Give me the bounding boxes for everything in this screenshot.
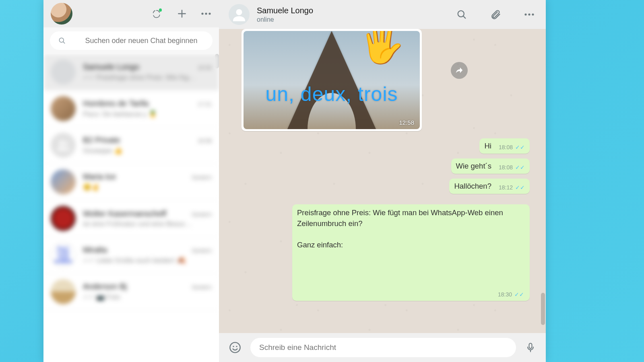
chat-preview: ✓✓ Preisfrage ohne Preis: Wie füg… [83, 73, 212, 82]
image-caption: un, deux, trois [244, 82, 420, 106]
new-chat-icon[interactable] [176, 8, 188, 19]
chat-name: Samuele Longo [83, 62, 139, 72]
chat-list-item[interactable]: Hombres de Tarifa17:21 Paco: De barbacoa… [43, 90, 219, 127]
chat-name: Wolter Kasermanscheff [83, 209, 166, 218]
chat-avatar [51, 206, 76, 231]
conversation-title-block[interactable]: Samuele Longo online [257, 6, 313, 23]
chat-avatar [51, 279, 76, 304]
forward-button[interactable] [451, 62, 468, 79]
svg-point-6 [236, 9, 242, 15]
search-box[interactable] [50, 31, 213, 50]
chat-preview: ist eine Frühnatur und eine Besuc… [83, 220, 212, 228]
svg-point-1 [205, 12, 207, 14]
chat-time: Gestern [192, 247, 212, 254]
conversation-search-icon[interactable] [455, 8, 469, 21]
chat-avatar [51, 169, 76, 194]
message-time: 18:30 [498, 291, 512, 298]
svg-point-12 [233, 346, 234, 347]
chat-name: Hombres de Tarifa [83, 99, 149, 108]
status-icon[interactable] [152, 8, 163, 19]
chat-list-item[interactable]: Samuele Longo18:30 ✓✓ Preisfrage ohne Pr… [43, 54, 219, 90]
chat-list-item[interactable]: Anderson BjGestern ✓✓ 📷 Foto [43, 274, 219, 310]
conversation-pane: Samuele Longo online 🖐️ [219, 0, 546, 362]
svg-point-8 [524, 13, 526, 15]
read-ticks-icon: ✓✓ [515, 144, 525, 150]
outgoing-message[interactable]: Hallöchen? 18:12✓✓ [242, 179, 530, 194]
message-text: Hallöchen? [454, 182, 491, 191]
svg-point-2 [208, 12, 211, 14]
sidebar: Samuele Longo18:30 ✓✓ Preisfrage ohne Pr… [43, 0, 219, 362]
chat-avatar [51, 60, 76, 84]
search-icon [58, 37, 66, 45]
conversation-avatar[interactable] [229, 4, 250, 25]
svg-rect-14 [529, 343, 532, 349]
attach-icon[interactable] [489, 8, 502, 21]
message-input[interactable] [259, 343, 507, 352]
chat-name: Maria Ice [83, 172, 116, 181]
chat-list-item[interactable]: Wolter KasermanscheffGestern ist eine Fr… [43, 200, 219, 237]
chat-list[interactable]: Samuele Longo18:30 ✓✓ Preisfrage ohne Pr… [43, 54, 219, 362]
chat-preview: Paco: De barbacoa y 🍍 [83, 110, 212, 118]
svg-point-9 [528, 13, 530, 15]
my-avatar[interactable] [51, 3, 72, 25]
conversation-status: online [257, 16, 313, 23]
image-message[interactable]: 🖐️ un, deux, trois 12:58 [242, 29, 422, 131]
search-row [43, 27, 219, 54]
chat-avatar: Eazy?I LOSTYOURNUMBER [51, 243, 76, 267]
chat-name: Miralta [83, 245, 107, 255]
svg-point-0 [201, 12, 203, 14]
whatsapp-web-window: Samuele Longo18:30 ✓✓ Preisfrage ohne Pr… [43, 0, 546, 362]
microphone-icon[interactable] [525, 342, 536, 353]
composer [219, 333, 546, 362]
messages-scrollbar[interactable] [541, 293, 545, 325]
outgoing-message[interactable]: Wie geht´s 18:08✓✓ [242, 158, 530, 174]
outgoing-message[interactable]: Preisfrage ohne Preis: Wie fügt man bei … [242, 199, 530, 301]
svg-point-5 [64, 142, 68, 146]
chat-preview: Giuseppe 👍 [83, 146, 212, 155]
hand-emoji-sticker: 🖐️ [359, 31, 405, 62]
svg-point-13 [236, 346, 237, 347]
chat-time: Gestern [192, 284, 212, 290]
chat-preview: ✓✓ Liebe Grüße euch beiden! 🍂 [83, 256, 212, 265]
svg-point-10 [532, 13, 534, 15]
image-time: 12:58 [399, 119, 414, 126]
chat-time: 17:21 [198, 101, 212, 107]
conversation-header[interactable]: Samuele Longo online [219, 0, 546, 29]
chat-time: Gestern [192, 211, 212, 218]
chat-list-item[interactable]: Maria IceGestern 😊✌️ [43, 164, 219, 200]
sidebar-header [43, 0, 219, 27]
chat-name: B2 Private [83, 136, 120, 145]
message-time: 18:08 [499, 164, 513, 171]
chat-time: 16:58 [198, 138, 212, 144]
emoji-icon[interactable] [229, 341, 242, 354]
message-input-box[interactable] [250, 338, 516, 357]
chat-time: Gestern [192, 174, 212, 181]
chat-list-item[interactable]: B2 Private16:58 Giuseppe 👍 [43, 127, 219, 164]
svg-point-4 [59, 141, 64, 145]
chat-preview: ✓✓ 📷 Foto [83, 293, 212, 301]
image-content: 🖐️ un, deux, trois 12:58 [244, 31, 420, 129]
read-ticks-icon: ✓✓ [515, 184, 525, 191]
chat-name: Anderson Bj [83, 282, 127, 291]
message-text: Preisfrage ohne Preis: Wie fügt man bei … [297, 208, 525, 251]
message-time: 18:08 [499, 144, 513, 150]
chat-time: 18:30 [198, 64, 212, 71]
chat-preview: 😊✌️ [83, 183, 212, 191]
outgoing-message[interactable]: Hi 18:08✓✓ [242, 138, 530, 154]
read-ticks-icon: ✓✓ [515, 164, 525, 171]
chat-avatar [51, 96, 76, 121]
read-ticks-icon: ✓✓ [514, 291, 524, 298]
conversation-name: Samuele Longo [257, 6, 313, 15]
sidebar-menu-icon[interactable] [200, 8, 212, 19]
search-input[interactable] [78, 37, 204, 45]
message-list[interactable]: 🖐️ un, deux, trois 12:58 Hi 18:08✓✓ Wie [219, 29, 546, 333]
chat-avatar [51, 133, 76, 158]
conversation-menu-icon[interactable] [522, 8, 536, 21]
message-text: Hi [484, 142, 491, 150]
chat-list-item[interactable]: Eazy?I LOSTYOURNUMBER MiraltaGestern ✓✓ … [43, 237, 219, 274]
message-time: 18:12 [499, 184, 513, 191]
svg-point-11 [230, 342, 240, 352]
message-text: Wie geht´s [456, 162, 491, 171]
